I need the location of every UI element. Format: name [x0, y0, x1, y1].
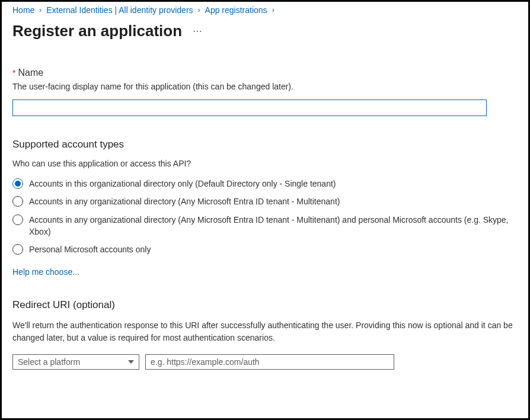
- account-types-subtext: Who can use this application or access t…: [12, 159, 518, 168]
- radio-icon: [12, 214, 23, 225]
- redirect-uri-section: Redirect URI (optional) We'll return the…: [12, 299, 518, 370]
- radio-icon: [12, 244, 23, 255]
- name-hint: The user-facing display name for this ap…: [12, 82, 518, 91]
- breadcrumb: Home › External Identities | All identit…: [12, 5, 518, 15]
- name-label: * Name: [12, 68, 518, 78]
- radio-icon: [12, 178, 23, 189]
- redirect-uri-input[interactable]: [145, 354, 394, 370]
- radio-option-single-tenant[interactable]: Accounts in this organizational director…: [12, 178, 518, 190]
- more-actions-icon[interactable]: ⋯: [193, 25, 203, 37]
- chevron-right-icon: ›: [39, 6, 41, 14]
- radio-label: Personal Microsoft accounts only: [29, 243, 157, 255]
- radio-option-multitenant-personal[interactable]: Accounts in any organizational directory…: [12, 214, 518, 238]
- radio-label: Accounts in any organizational directory…: [29, 214, 518, 238]
- redirect-uri-row: Select a platform: [12, 354, 518, 370]
- chevron-right-icon: ›: [272, 6, 274, 14]
- radio-icon: [12, 196, 23, 207]
- page-title-row: Register an application ⋯: [12, 22, 518, 40]
- name-input[interactable]: [12, 100, 487, 116]
- radio-option-personal-only[interactable]: Personal Microsoft accounts only: [12, 243, 518, 255]
- required-star-icon: *: [12, 68, 15, 78]
- account-types-section: Supported account types Who can use this…: [12, 139, 518, 277]
- platform-select-label: Select a platform: [18, 357, 80, 367]
- breadcrumb-app-registrations[interactable]: App registrations: [205, 5, 267, 15]
- radio-option-multitenant[interactable]: Accounts in any organizational directory…: [12, 195, 518, 207]
- name-section: * Name The user-facing display name for …: [12, 68, 518, 116]
- chevron-right-icon: ›: [198, 6, 200, 14]
- redirect-uri-title: Redirect URI (optional): [12, 299, 518, 311]
- account-types-radio-group: Accounts in this organizational director…: [12, 178, 518, 255]
- breadcrumb-external-identities[interactable]: External Identities | All identity provi…: [46, 5, 193, 15]
- page-title: Register an application: [12, 22, 182, 40]
- platform-select[interactable]: Select a platform: [12, 354, 139, 370]
- breadcrumb-home[interactable]: Home: [12, 5, 34, 15]
- radio-label: Accounts in this organizational director…: [29, 178, 341, 190]
- redirect-uri-description: We'll return the authentication response…: [12, 319, 518, 344]
- chevron-down-icon: [128, 360, 134, 364]
- name-label-text: Name: [18, 68, 43, 78]
- radio-label: Accounts in any organizational directory…: [29, 195, 346, 207]
- account-types-title: Supported account types: [12, 139, 518, 150]
- help-me-choose-link[interactable]: Help me choose...: [12, 267, 79, 277]
